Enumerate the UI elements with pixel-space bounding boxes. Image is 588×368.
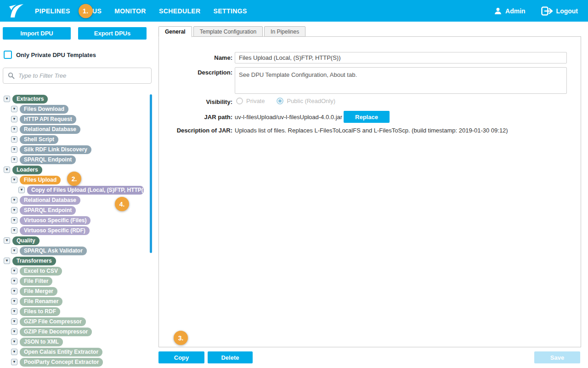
tree-item-shell-script[interactable]: ▼Shell Script	[0, 134, 152, 144]
tree-item-virtuoso-specific-files[interactable]: ▼Virtuoso Specific (Files)	[0, 215, 152, 225]
tree-item-gzip-file-compressor[interactable]: ▼GZIP File Compressor	[0, 316, 152, 327]
tree-item-label[interactable]: File Merger	[20, 287, 57, 296]
chevron-down-icon[interactable]: ▼	[4, 258, 10, 264]
tree-item-label[interactable]: Quality	[12, 236, 40, 245]
chevron-down-icon[interactable]: ▼	[11, 177, 17, 183]
chevron-down-icon[interactable]: ▼	[11, 318, 17, 325]
tree-item-label[interactable]: Extractors	[12, 95, 48, 104]
nav-scheduler[interactable]: SCHEDULER	[158, 1, 202, 21]
tree-item-label[interactable]: Files Upload	[20, 176, 61, 184]
tree-item-label[interactable]: Files Download	[20, 105, 68, 114]
tree-item-label[interactable]: GZIP File Compressor	[20, 317, 86, 326]
tree-item-label[interactable]: Copy of Files Upload (Local, (S)FTP, HTT…	[27, 186, 144, 195]
chevron-down-icon[interactable]: ▼	[11, 146, 17, 153]
chevron-down-icon[interactable]: ▼	[11, 328, 17, 335]
chevron-down-icon[interactable]: ▼	[11, 156, 17, 163]
tree-filter-input[interactable]	[18, 72, 147, 79]
tree-item-json-to-xml[interactable]: ▼JSON to XML	[0, 337, 152, 347]
tree-scrollbar[interactable]	[150, 94, 152, 253]
chevron-down-icon[interactable]: ▼	[11, 339, 17, 345]
tree-item-label[interactable]: JSON to XML	[20, 338, 63, 346]
tree-item-label[interactable]: Transformers	[12, 257, 56, 265]
name-input[interactable]	[235, 52, 567, 63]
only-private-checkbox[interactable]	[4, 51, 12, 59]
tree-item-file-merger[interactable]: ▼File Merger	[0, 286, 152, 296]
copy-button[interactable]: Copy	[158, 351, 204, 363]
nav-pipelines[interactable]: PIPELINES	[34, 1, 71, 21]
tree-item-label[interactable]: Virtuoso Specific (Files)	[20, 216, 90, 225]
tree-item-files-upload[interactable]: ▼Files Upload2.	[0, 175, 152, 185]
brand-logo[interactable]	[7, 2, 26, 20]
tree-item-sparql-endpoint-loader[interactable]: ▼SPARQL Endpoint	[0, 205, 152, 215]
tree-item-sparql-ask-validator[interactable]: ▼SPARQL Ask Validator	[0, 246, 152, 256]
nav-monitor[interactable]: MONITOR	[113, 1, 147, 21]
tree-item-label[interactable]: Shell Script	[20, 135, 58, 144]
tree-item-extractors[interactable]: ▼Extractors	[0, 94, 152, 104]
delete-button[interactable]: Delete	[208, 351, 253, 363]
tree-item-label[interactable]: Virtuoso Specific (RDF)	[20, 226, 90, 235]
chevron-down-icon[interactable]: ▼	[11, 116, 17, 122]
tree-item-label[interactable]: Open Calais Entity Extractor	[20, 348, 102, 356]
tree-item-transformers[interactable]: ▼Transformers	[0, 256, 152, 266]
tree-item-http-api-request[interactable]: ▼HTTP API Request	[0, 114, 152, 124]
tree-item-excel-to-csv[interactable]: ▼Excel to CSV	[0, 266, 152, 276]
chevron-down-icon[interactable]: ▼	[11, 136, 17, 143]
chevron-down-icon[interactable]: ▼	[11, 298, 17, 305]
chevron-down-icon[interactable]: ▼	[11, 349, 17, 355]
tree-item-files-to-rdf[interactable]: ▼Files to RDF	[0, 306, 152, 316]
tree-item-label[interactable]: Relational Database	[20, 125, 80, 134]
tree-item-files-download[interactable]: ▼Files Download	[0, 104, 152, 114]
chevron-down-icon[interactable]: ▼	[11, 268, 17, 274]
tree-item-poolparty-concept-extractor[interactable]: ▼PoolParty Concept Extractor	[0, 357, 152, 367]
tab-general[interactable]: General	[158, 26, 192, 37]
tree-item-label[interactable]: Silk RDF Link Discovery	[20, 145, 91, 154]
tree-item-label[interactable]: Files to RDF	[20, 307, 60, 316]
save-button[interactable]: Save	[534, 351, 580, 363]
tree-item-file-filter[interactable]: ▼File Filter	[0, 276, 152, 286]
tab-template-configuration[interactable]: Template Configuration	[193, 26, 263, 37]
chevron-down-icon[interactable]: ▼	[11, 126, 17, 132]
tree-item-label[interactable]: Loaders	[12, 166, 42, 174]
chevron-down-icon[interactable]: ▼	[11, 106, 17, 112]
chevron-down-icon[interactable]: ▼	[11, 217, 17, 224]
tree-item-silk-rdf-link-discovery[interactable]: ▼Silk RDF Link Discovery	[0, 144, 152, 155]
chevron-down-icon[interactable]: ▼	[11, 308, 17, 315]
tree-item-label[interactable]: HTTP API Request	[20, 115, 76, 124]
chevron-down-icon[interactable]: ▼	[18, 187, 25, 193]
tree-item-file-renamer[interactable]: ▼File Renamer	[0, 296, 152, 306]
tab-in-pipelines[interactable]: In Pipelines	[264, 26, 305, 37]
logout-button[interactable]: Logout	[541, 6, 578, 16]
export-dpus-button[interactable]: Export DPUs	[78, 27, 147, 40]
tree-item-label[interactable]: SPARQL Endpoint	[20, 206, 76, 215]
chevron-down-icon[interactable]: ▼	[11, 247, 17, 254]
chevron-down-icon[interactable]: ▼	[11, 197, 17, 203]
tree-item-copy-of-files-upload-selected[interactable]: ▼Copy of Files Upload (Local, (S)FTP, HT…	[0, 185, 152, 195]
replace-button[interactable]: Replace	[344, 111, 390, 123]
chevron-down-icon[interactable]: ▼	[11, 227, 17, 234]
tree-item-gzip-file-decompressor[interactable]: ▼GZIP File Decompressor	[0, 327, 152, 337]
chevron-down-icon[interactable]: ▼	[4, 96, 10, 102]
chevron-down-icon[interactable]: ▼	[11, 359, 17, 365]
tree-item-label[interactable]: File Filter	[20, 277, 52, 286]
tree-item-label[interactable]: Relational Database	[20, 196, 80, 205]
tree-item-quality[interactable]: ▼Quality	[0, 236, 152, 246]
chevron-down-icon[interactable]: ▼	[11, 288, 17, 294]
visibility-private-radio[interactable]: Private	[236, 98, 265, 104]
only-private-filter[interactable]: Only Private DPU Templates	[4, 51, 96, 59]
tree-item-relational-database-extractor[interactable]: ▼Relational Database	[0, 124, 152, 134]
nav-settings[interactable]: SETTINGS	[213, 1, 248, 21]
tree-item-label[interactable]: GZIP File Decompressor	[20, 328, 92, 336]
tree-item-virtuoso-specific-rdf[interactable]: ▼Virtuoso Specific (RDF)	[0, 225, 152, 236]
chevron-down-icon[interactable]: ▼	[11, 207, 17, 213]
chevron-down-icon[interactable]: ▼	[11, 278, 17, 284]
tree-item-label[interactable]: Excel to CSV	[20, 267, 62, 276]
chevron-down-icon[interactable]: ▼	[4, 237, 10, 244]
tree-item-label[interactable]: SPARQL Ask Validator	[20, 247, 87, 255]
import-dpu-button[interactable]: Import DPU	[3, 27, 71, 40]
tree-item-label[interactable]: SPARQL Endpoint	[20, 155, 76, 164]
user-menu[interactable]: Admin	[494, 7, 526, 15]
nav-dpus[interactable]: DPUS 1.	[82, 1, 103, 21]
visibility-public-radio[interactable]: Public (ReadOnly)	[277, 98, 335, 104]
chevron-down-icon[interactable]: ▼	[4, 167, 10, 173]
tree-item-label[interactable]: File Renamer	[20, 297, 62, 306]
